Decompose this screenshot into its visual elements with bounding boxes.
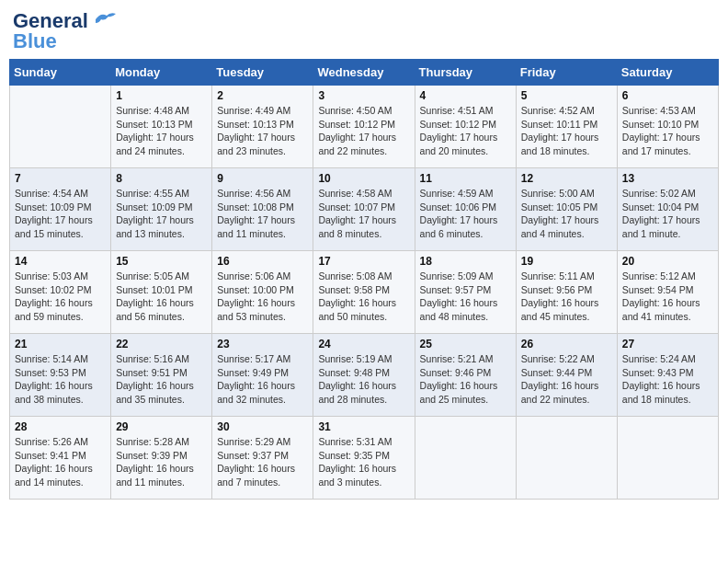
day-detail: Sunrise: 5:26 AM Sunset: 9:41 PM Dayligh… [15, 435, 106, 489]
day-detail: Sunrise: 4:53 AM Sunset: 10:10 PM Daylig… [622, 104, 713, 158]
day-number: 22 [116, 338, 207, 350]
day-number: 9 [217, 172, 308, 185]
page-header: General Blue [9, 9, 719, 53]
calendar-cell: 31Sunrise: 5:31 AM Sunset: 9:35 PM Dayli… [313, 417, 415, 500]
day-number: 13 [622, 172, 713, 185]
day-number: 1 [116, 89, 207, 102]
day-number: 6 [622, 89, 713, 102]
calendar-table: SundayMondayTuesdayWednesdayThursdayFrid… [9, 59, 719, 500]
calendar-cell: 4Sunrise: 4:51 AM Sunset: 10:12 PM Dayli… [415, 86, 516, 168]
day-detail: Sunrise: 4:48 AM Sunset: 10:13 PM Daylig… [116, 104, 207, 158]
day-number: 27 [622, 338, 713, 350]
day-detail: Sunrise: 4:59 AM Sunset: 10:06 PM Daylig… [420, 187, 511, 241]
day-detail: Sunrise: 5:31 AM Sunset: 9:35 PM Dayligh… [318, 435, 409, 489]
calendar-cell: 20Sunrise: 5:12 AM Sunset: 9:54 PM Dayli… [617, 251, 718, 334]
day-number: 12 [521, 172, 612, 185]
calendar-cell: 15Sunrise: 5:05 AM Sunset: 10:01 PM Dayl… [111, 251, 212, 334]
calendar-cell: 3Sunrise: 4:50 AM Sunset: 10:12 PM Dayli… [313, 86, 415, 168]
day-detail: Sunrise: 5:24 AM Sunset: 9:43 PM Dayligh… [622, 352, 713, 407]
calendar-cell: 29Sunrise: 5:28 AM Sunset: 9:39 PM Dayli… [111, 417, 212, 500]
calendar-cell: 22Sunrise: 5:16 AM Sunset: 9:51 PM Dayli… [111, 334, 212, 417]
day-number: 5 [521, 89, 612, 102]
day-detail: Sunrise: 4:49 AM Sunset: 10:13 PM Daylig… [217, 104, 308, 158]
day-number: 30 [217, 420, 308, 433]
day-detail: Sunrise: 5:21 AM Sunset: 9:46 PM Dayligh… [420, 352, 511, 407]
day-detail: Sunrise: 5:19 AM Sunset: 9:48 PM Dayligh… [318, 352, 409, 407]
day-number: 14 [15, 255, 106, 268]
day-number: 18 [420, 255, 511, 268]
col-header-monday: Monday [111, 60, 212, 86]
day-detail: Sunrise: 5:16 AM Sunset: 9:51 PM Dayligh… [116, 352, 207, 407]
day-detail: Sunrise: 5:05 AM Sunset: 10:01 PM Daylig… [116, 270, 207, 324]
day-number: 16 [217, 255, 308, 268]
col-header-sunday: Sunday [10, 60, 111, 86]
day-detail: Sunrise: 5:00 AM Sunset: 10:05 PM Daylig… [521, 187, 612, 241]
day-number: 23 [217, 338, 308, 350]
day-detail: Sunrise: 4:54 AM Sunset: 10:09 PM Daylig… [15, 187, 106, 241]
day-detail: Sunrise: 5:14 AM Sunset: 9:53 PM Dayligh… [15, 352, 106, 407]
calendar-cell: 12Sunrise: 5:00 AM Sunset: 10:05 PM Dayl… [516, 168, 617, 251]
calendar-cell: 19Sunrise: 5:11 AM Sunset: 9:56 PM Dayli… [516, 251, 617, 334]
day-detail: Sunrise: 5:11 AM Sunset: 9:56 PM Dayligh… [521, 270, 612, 324]
calendar-cell: 14Sunrise: 5:03 AM Sunset: 10:02 PM Dayl… [10, 251, 111, 334]
day-detail: Sunrise: 5:03 AM Sunset: 10:02 PM Daylig… [15, 270, 106, 324]
day-number: 31 [318, 420, 409, 433]
calendar-cell: 17Sunrise: 5:08 AM Sunset: 9:58 PM Dayli… [313, 251, 415, 334]
calendar-cell: 6Sunrise: 4:53 AM Sunset: 10:10 PM Dayli… [617, 86, 718, 168]
calendar-cell: 5Sunrise: 4:52 AM Sunset: 10:11 PM Dayli… [516, 86, 617, 168]
calendar-cell: 10Sunrise: 4:58 AM Sunset: 10:07 PM Dayl… [313, 168, 415, 251]
day-number: 29 [116, 420, 207, 433]
calendar-cell [10, 86, 111, 168]
day-number: 2 [217, 89, 308, 102]
calendar-cell: 25Sunrise: 5:21 AM Sunset: 9:46 PM Dayli… [415, 334, 516, 417]
day-number: 19 [521, 255, 612, 268]
day-number: 8 [116, 172, 207, 185]
day-number: 25 [420, 338, 511, 350]
calendar-week-row: 21Sunrise: 5:14 AM Sunset: 9:53 PM Dayli… [10, 334, 719, 417]
day-detail: Sunrise: 5:12 AM Sunset: 9:54 PM Dayligh… [622, 270, 713, 324]
day-detail: Sunrise: 5:09 AM Sunset: 9:57 PM Dayligh… [420, 270, 511, 324]
col-header-friday: Friday [516, 60, 617, 86]
calendar-cell: 7Sunrise: 4:54 AM Sunset: 10:09 PM Dayli… [10, 168, 111, 251]
calendar-week-row: 7Sunrise: 4:54 AM Sunset: 10:09 PM Dayli… [10, 168, 719, 251]
calendar-header-row: SundayMondayTuesdayWednesdayThursdayFrid… [10, 60, 719, 86]
col-header-thursday: Thursday [415, 60, 516, 86]
day-detail: Sunrise: 4:50 AM Sunset: 10:12 PM Daylig… [318, 104, 409, 158]
calendar-cell [516, 417, 617, 500]
calendar-cell: 28Sunrise: 5:26 AM Sunset: 9:41 PM Dayli… [10, 417, 111, 500]
logo: General Blue [13, 9, 118, 53]
day-detail: Sunrise: 5:29 AM Sunset: 9:37 PM Dayligh… [217, 435, 308, 489]
calendar-cell: 27Sunrise: 5:24 AM Sunset: 9:43 PM Dayli… [617, 334, 718, 417]
calendar-cell: 24Sunrise: 5:19 AM Sunset: 9:48 PM Dayli… [313, 334, 415, 417]
calendar-cell: 23Sunrise: 5:17 AM Sunset: 9:49 PM Dayli… [212, 334, 313, 417]
calendar-cell [415, 417, 516, 500]
calendar-cell: 11Sunrise: 4:59 AM Sunset: 10:06 PM Dayl… [415, 168, 516, 251]
calendar-week-row: 14Sunrise: 5:03 AM Sunset: 10:02 PM Dayl… [10, 251, 719, 334]
calendar-cell: 8Sunrise: 4:55 AM Sunset: 10:09 PM Dayli… [111, 168, 212, 251]
logo-bird-icon [92, 10, 118, 29]
calendar-week-row: 1Sunrise: 4:48 AM Sunset: 10:13 PM Dayli… [10, 86, 719, 168]
calendar-cell: 1Sunrise: 4:48 AM Sunset: 10:13 PM Dayli… [111, 86, 212, 168]
day-number: 15 [116, 255, 207, 268]
calendar-cell: 18Sunrise: 5:09 AM Sunset: 9:57 PM Dayli… [415, 251, 516, 334]
day-number: 17 [318, 255, 409, 268]
day-detail: Sunrise: 5:28 AM Sunset: 9:39 PM Dayligh… [116, 435, 207, 489]
day-number: 11 [420, 172, 511, 185]
col-header-saturday: Saturday [617, 60, 718, 86]
day-detail: Sunrise: 5:06 AM Sunset: 10:00 PM Daylig… [217, 270, 308, 324]
day-detail: Sunrise: 4:52 AM Sunset: 10:11 PM Daylig… [521, 104, 612, 158]
day-detail: Sunrise: 5:02 AM Sunset: 10:04 PM Daylig… [622, 187, 713, 241]
day-detail: Sunrise: 5:22 AM Sunset: 9:44 PM Dayligh… [521, 352, 612, 407]
calendar-week-row: 28Sunrise: 5:26 AM Sunset: 9:41 PM Dayli… [10, 417, 719, 500]
day-number: 28 [15, 420, 106, 433]
day-number: 4 [420, 89, 511, 102]
day-detail: Sunrise: 4:51 AM Sunset: 10:12 PM Daylig… [420, 104, 511, 158]
day-detail: Sunrise: 5:17 AM Sunset: 9:49 PM Dayligh… [217, 352, 308, 407]
calendar-cell: 13Sunrise: 5:02 AM Sunset: 10:04 PM Dayl… [617, 168, 718, 251]
calendar-cell [617, 417, 718, 500]
day-number: 7 [15, 172, 106, 185]
day-number: 3 [318, 89, 409, 102]
day-detail: Sunrise: 4:58 AM Sunset: 10:07 PM Daylig… [318, 187, 409, 241]
calendar-cell: 2Sunrise: 4:49 AM Sunset: 10:13 PM Dayli… [212, 86, 313, 168]
calendar-cell: 9Sunrise: 4:56 AM Sunset: 10:08 PM Dayli… [212, 168, 313, 251]
